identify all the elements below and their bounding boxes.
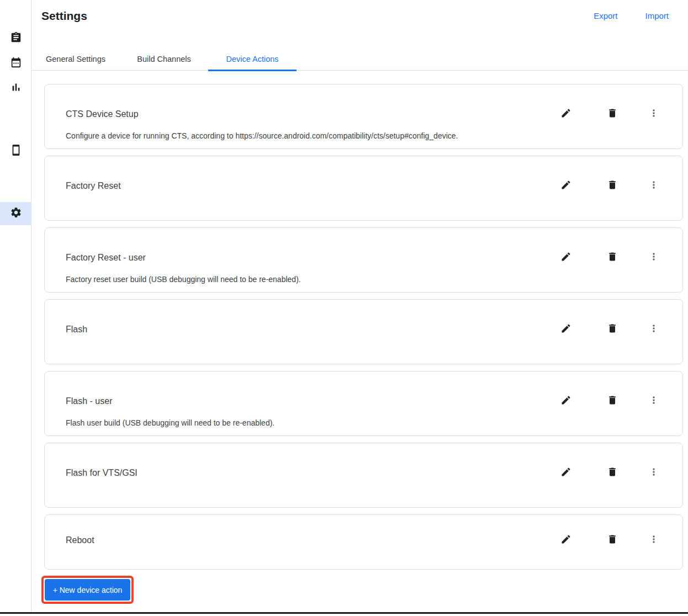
export-link[interactable]: Export <box>594 11 617 20</box>
more-vert-icon <box>648 179 659 193</box>
settings-gear-icon <box>10 206 22 221</box>
device-action-description: Configure a device for running CTS, acco… <box>66 130 666 141</box>
sidebar-item-calendar[interactable] <box>0 52 31 75</box>
more-vert-icon <box>648 323 659 336</box>
delete-button[interactable] <box>600 461 625 485</box>
more-options-button[interactable] <box>642 461 666 485</box>
tab-bar: General Settings Build Channels Device A… <box>31 47 688 71</box>
action-highlight-box: + New device action <box>41 576 134 604</box>
device-action-title: Reboot <box>66 535 554 545</box>
edit-button[interactable] <box>554 528 578 553</box>
new-device-action-button[interactable]: + New device action <box>45 579 130 601</box>
main-content: Settings Export Import General Settings … <box>31 0 688 612</box>
device-action-card: CTS Device Setup Configure a device for … <box>44 84 683 149</box>
card-row: Flash <box>66 323 666 336</box>
more-vert-icon <box>648 534 659 547</box>
edit-button[interactable] <box>554 102 578 126</box>
delete-button[interactable] <box>600 102 625 126</box>
more-options-button[interactable] <box>642 246 666 270</box>
more-vert-icon <box>648 466 659 480</box>
smartphone-icon <box>10 144 22 158</box>
device-action-title: Factory Reset - user <box>66 253 554 263</box>
device-action-description: Factory reset user build (USB debugging … <box>66 274 666 285</box>
device-action-title: Factory Reset <box>66 181 554 191</box>
tab-build-channels[interactable]: Build Channels <box>120 47 208 71</box>
device-action-card: Flash - user Flash user build (USB debug… <box>44 371 683 436</box>
pencil-icon <box>560 179 571 193</box>
card-row: Flash - user <box>66 395 666 408</box>
edit-button[interactable] <box>554 389 578 413</box>
more-options-button[interactable] <box>642 317 666 342</box>
trash-icon <box>607 534 618 547</box>
tasks-clipboard-icon <box>10 31 22 46</box>
device-action-card: Reboot <box>44 514 683 570</box>
card-row: Flash for VTS/GSI <box>66 466 666 480</box>
pencil-icon <box>560 251 571 264</box>
more-options-button[interactable] <box>642 174 666 198</box>
device-action-card: Flash <box>44 299 683 364</box>
device-action-card: Factory Reset <box>44 156 683 221</box>
pencil-icon <box>560 534 571 547</box>
edit-button[interactable] <box>554 317 578 342</box>
page-title: Settings <box>41 8 87 24</box>
trash-icon <box>607 251 618 264</box>
import-link[interactable]: Import <box>645 11 669 20</box>
delete-button[interactable] <box>600 528 625 553</box>
pencil-icon <box>560 395 571 408</box>
device-action-title: Flash <box>66 325 554 334</box>
device-action-title: CTS Device Setup <box>66 109 554 119</box>
trash-icon <box>607 395 618 408</box>
device-action-description: Flash user build (USB debugging will nee… <box>66 417 666 428</box>
card-row: Factory Reset <box>66 179 666 193</box>
pencil-icon <box>560 466 571 480</box>
sidebar-item-settings[interactable] <box>0 202 31 225</box>
trash-icon <box>607 108 618 121</box>
trash-icon <box>607 466 618 480</box>
sidebar-item-reports[interactable] <box>0 77 31 100</box>
delete-button[interactable] <box>600 174 625 198</box>
card-row: Factory Reset - user <box>66 251 666 264</box>
pencil-icon <box>560 323 571 336</box>
delete-button[interactable] <box>600 246 625 270</box>
device-action-card: Flash for VTS/GSI <box>44 443 683 508</box>
tab-general-settings[interactable]: General Settings <box>31 47 120 71</box>
window-bottom-edge <box>0 612 688 614</box>
bar-chart-icon <box>10 81 22 95</box>
device-action-card: Factory Reset - user Factory reset user … <box>44 227 683 293</box>
more-vert-icon <box>648 251 659 264</box>
trash-icon <box>607 323 618 336</box>
delete-button[interactable] <box>600 317 625 342</box>
trash-icon <box>607 179 618 193</box>
more-vert-icon <box>648 395 659 408</box>
header-links: Export Import <box>594 11 669 20</box>
more-options-button[interactable] <box>642 102 666 126</box>
device-action-list: CTS Device Setup Configure a device for … <box>44 84 683 570</box>
device-action-title: Flash for VTS/GSI <box>66 468 554 478</box>
sidebar <box>0 0 31 612</box>
edit-button[interactable] <box>554 246 578 270</box>
more-options-button[interactable] <box>642 389 666 413</box>
card-row: CTS Device Setup <box>66 108 666 121</box>
edit-button[interactable] <box>554 461 578 485</box>
more-options-button[interactable] <box>642 528 666 553</box>
edit-button[interactable] <box>554 174 578 198</box>
pencil-icon <box>560 108 571 121</box>
tab-device-actions[interactable]: Device Actions <box>208 47 297 71</box>
calendar-icon <box>10 56 22 71</box>
more-vert-icon <box>648 108 659 121</box>
card-row: Reboot <box>66 534 666 547</box>
sidebar-item-devices[interactable] <box>0 140 31 163</box>
device-action-title: Flash - user <box>66 396 554 406</box>
sidebar-item-tasks[interactable] <box>0 27 31 50</box>
delete-button[interactable] <box>600 389 625 413</box>
